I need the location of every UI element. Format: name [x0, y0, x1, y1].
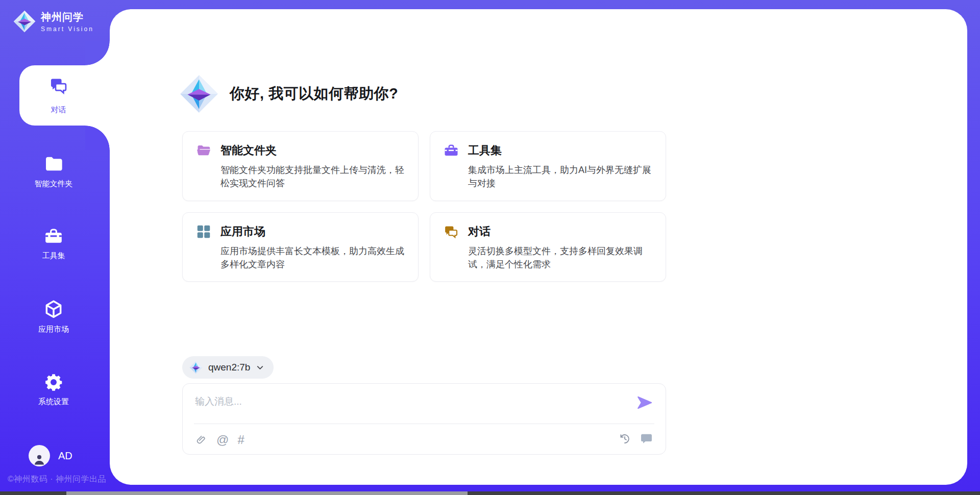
brand-logo-block: 神州问学 Smart Vision: [13, 10, 94, 33]
chat-bubbles-icon: [444, 224, 459, 239]
sidebar-item-app-market[interactable]: 应用市场: [0, 299, 107, 334]
sidebar-item-label: 工具集: [0, 251, 107, 261]
card-chat[interactable]: 对话 灵活切换多模型文件，支持多样回复效果调试，满足个性化需求: [430, 212, 666, 282]
card-app-market[interactable]: 应用市场 应用市场提供丰富长文本模板，助力高效生成多样化文章内容: [182, 212, 419, 282]
paperclip-icon[interactable]: [195, 434, 208, 447]
sidebar-item-label: 系统设置: [0, 397, 107, 407]
brand-subtitle: Smart Vision: [41, 26, 94, 33]
active-tab-fillet-bottom: [85, 126, 110, 150]
sidebar-item-settings[interactable]: 系统设置: [0, 373, 107, 407]
brand-name: 神州问学: [41, 10, 94, 24]
chat-bubbles-icon: [49, 76, 68, 95]
sidebar-item-smart-folder[interactable]: 智能文件夹: [0, 154, 107, 189]
sidebar-item-toolset[interactable]: 工具集: [0, 227, 107, 261]
toolbox-icon: [44, 227, 63, 246]
greeting-title: 你好, 我可以如何帮助你?: [230, 84, 398, 104]
card-description: 集成市场上主流工具，助力AI与外界无缝扩展与对接: [468, 163, 652, 190]
composer-divider: [194, 424, 654, 424]
message-composer: @ #: [182, 383, 666, 455]
model-selector[interactable]: qwen2:7b: [182, 356, 274, 379]
folder-open-icon: [196, 143, 211, 158]
card-description: 灵活切换多模型文件，支持多样回复效果调试，满足个性化需求: [468, 244, 652, 271]
user-initials: AD: [58, 450, 72, 462]
hash-icon[interactable]: #: [237, 434, 244, 446]
active-tab-fillet-top: [85, 41, 110, 65]
history-icon[interactable]: [618, 432, 631, 445]
sidebar-footer-credit: ©神州数码 · 神州问学出品: [8, 474, 106, 485]
sidebar-item-label: 对话: [51, 105, 66, 115]
feature-cards: 智能文件夹 智能文件夹功能支持批量文件上传与清洗，轻松实现文件问答 工具集 集成…: [182, 131, 666, 282]
model-name: qwen2:7b: [208, 362, 250, 373]
send-icon[interactable]: [636, 394, 653, 411]
card-title: 工具集: [468, 143, 502, 158]
grid-icon: [196, 224, 211, 239]
composer-toolbar-left: @ #: [195, 431, 244, 449]
avatar: [29, 445, 50, 466]
sidebar: 神州问学 Smart Vision 对话 智能文件夹 工具集 应用市场 系统设置…: [0, 0, 110, 495]
bottom-edge-strip: [0, 491, 980, 495]
sidebar-item-label: 应用市场: [0, 325, 107, 334]
bottom-edge-highlight: [66, 491, 468, 495]
at-icon[interactable]: @: [216, 434, 229, 446]
person-avatar-icon: [32, 452, 46, 466]
folder-icon: [43, 154, 64, 174]
logo-diamond-icon: [189, 361, 203, 374]
user-profile[interactable]: AD: [29, 445, 72, 466]
card-description: 应用市场提供丰富长文本模板，助力高效生成多样化文章内容: [220, 244, 405, 271]
cube-icon: [43, 299, 64, 319]
chevron-down-icon: [256, 363, 264, 372]
card-toolset[interactable]: 工具集 集成市场上主流工具，助力AI与外界无缝扩展与对接: [430, 131, 666, 201]
hero-diamond-logo-icon: [180, 75, 218, 113]
sidebar-item-chat[interactable]: 对话: [19, 65, 110, 126]
sidebar-item-label: 智能文件夹: [0, 179, 107, 189]
toolbox-icon: [444, 143, 459, 158]
card-title: 智能文件夹: [220, 143, 277, 158]
card-title: 对话: [468, 224, 491, 239]
card-smart-folder[interactable]: 智能文件夹 智能文件夹功能支持批量文件上传与清洗，轻松实现文件问答: [182, 131, 419, 201]
card-title: 应用市场: [220, 224, 265, 239]
greeting-block: 你好, 我可以如何帮助你?: [180, 75, 398, 113]
chat-bubble-icon[interactable]: [640, 432, 653, 445]
card-description: 智能文件夹功能支持批量文件上传与清洗，轻松实现文件问答: [220, 163, 405, 190]
brand-diamond-logo-icon: [13, 10, 36, 33]
gear-icon: [44, 373, 63, 392]
composer-toolbar-right: [618, 432, 653, 445]
message-input[interactable]: [195, 393, 624, 410]
